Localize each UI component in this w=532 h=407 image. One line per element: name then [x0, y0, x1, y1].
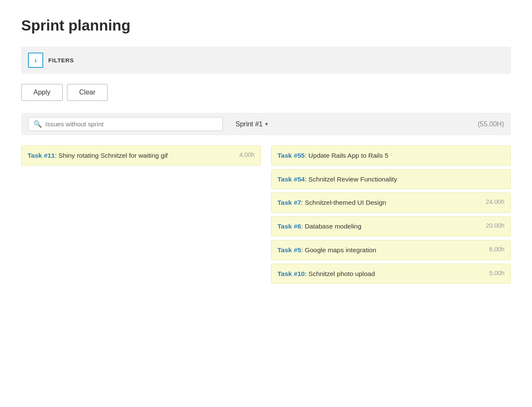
filters-toggle-button[interactable]: ›: [28, 53, 43, 68]
task-columns: Task #11: Shiny rotating Schnitzel for w…: [21, 145, 511, 284]
sprint-hours: (55.00H): [478, 120, 504, 128]
task-text: Task #11: Shiny rotating Schnitzel for w…: [28, 151, 168, 160]
task-text: Task #55: Update Rails App to Rails 5: [277, 151, 388, 160]
task-hours: 24.00h: [486, 198, 504, 205]
page-title: Sprint planning: [21, 17, 511, 34]
sprint-dropdown[interactable]: Sprint #1 ▾: [223, 120, 268, 128]
apply-button[interactable]: Apply: [21, 84, 63, 101]
task-text: Task #6: Database modeling: [277, 222, 361, 231]
left-column: Task #11: Shiny rotating Schnitzel for w…: [21, 145, 261, 284]
task-hours: 6.00h: [489, 246, 504, 253]
task-link[interactable]: Task #5: [277, 246, 301, 254]
task-card[interactable]: Task #54: Schnitzel Review Functionality: [271, 169, 511, 190]
task-card[interactable]: Task #11: Shiny rotating Schnitzel for w…: [21, 145, 261, 166]
task-hours: 4.00h: [239, 151, 255, 158]
task-hours: 5.00h: [489, 270, 504, 276]
search-icon: 🔍: [33, 120, 42, 128]
task-hours: 20.00h: [486, 222, 504, 229]
task-link[interactable]: Task #11: [28, 152, 55, 159]
task-text: Task #54: Schnitzel Review Functionality: [277, 175, 397, 184]
chevron-down-icon: ▾: [265, 121, 268, 127]
task-card[interactable]: Task #5: Google maps integration 6.00h: [271, 240, 511, 260]
task-link[interactable]: Task #6: [277, 223, 301, 230]
task-text: Task #5: Google maps integration: [277, 245, 376, 255]
task-link[interactable]: Task #55: [277, 152, 305, 159]
chevron-right-icon: ›: [34, 56, 37, 65]
task-text: Task #7: Schnitzel-themed UI Design: [277, 198, 386, 207]
search-row: 🔍 Sprint #1 ▾ (55.00H): [21, 113, 511, 135]
action-buttons: Apply Clear: [21, 84, 511, 101]
clear-button[interactable]: Clear: [67, 84, 108, 101]
search-input-wrapper: 🔍: [28, 117, 223, 131]
filters-bar: › FILTERS: [21, 47, 511, 74]
task-card[interactable]: Task #55: Update Rails App to Rails 5: [271, 145, 511, 166]
task-text: Task #10: Schnitzel photo upload: [277, 269, 375, 279]
filters-label: FILTERS: [48, 57, 74, 64]
search-input[interactable]: [45, 120, 217, 128]
task-card[interactable]: Task #10: Schnitzel photo upload 5.00h: [271, 264, 511, 284]
task-link[interactable]: Task #54: [277, 176, 305, 183]
task-link[interactable]: Task #7: [277, 199, 301, 206]
task-card[interactable]: Task #7: Schnitzel-themed UI Design 24.0…: [271, 192, 511, 213]
right-column: Task #55: Update Rails App to Rails 5 Ta…: [271, 145, 511, 284]
task-link[interactable]: Task #10: [277, 270, 305, 277]
task-card[interactable]: Task #6: Database modeling 20.00h: [271, 216, 511, 237]
sprint-label: Sprint #1: [236, 120, 263, 128]
